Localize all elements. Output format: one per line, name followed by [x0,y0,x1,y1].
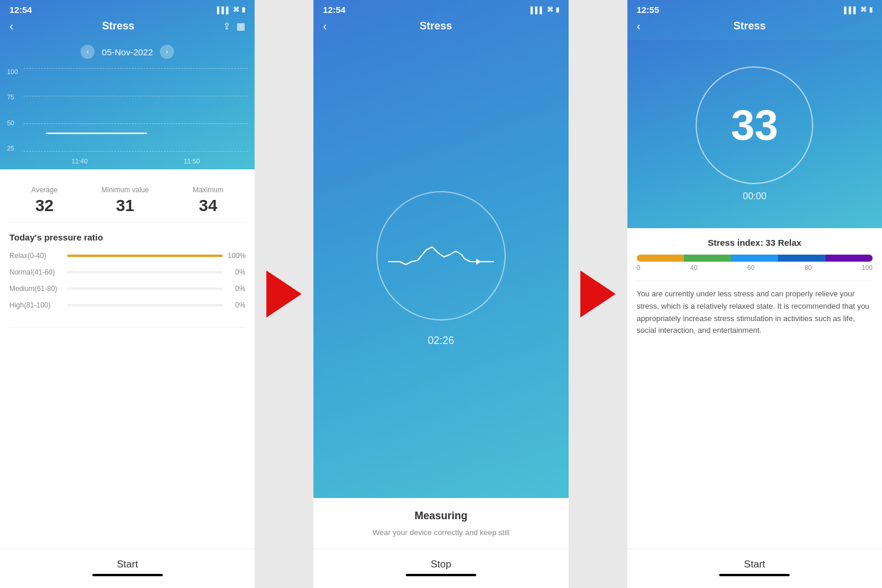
pressure-section: Today's pressure ratio Relax(0-40) 100% … [9,223,245,328]
status-icons-1: ▌▌▌ ⌘ ▮ [217,6,245,14]
score-circle: 33 [696,66,813,184]
pressure-row-medium: Medium(61-80) 0% [9,285,245,293]
score-timer: 00:00 [743,191,766,202]
time-1: 12:54 [9,5,32,15]
status-icons-3: ▌▌▌ ⌘ ▮ [844,6,873,14]
wifi-icon-2: ⌘ [547,6,553,14]
pressure-label-high: High(81-100) [9,301,62,309]
back-button-3[interactable]: ‹ [637,19,641,33]
stat-maximum: Maximum 34 [193,186,223,215]
pressure-bar-bg-high [67,304,223,306]
wifi-icon-3: ⌘ [860,6,867,14]
label-40: 40 [690,264,697,271]
pressure-label-relax: Relax(0-40) [9,252,62,260]
prev-date-button[interactable]: ‹ [81,45,95,59]
color-bar-container [637,255,873,262]
measuring-subtitle: Wear your device correctly and keep stil… [323,528,559,537]
status-bar-3: 12:55 ▌▌▌ ⌘ ▮ [627,0,882,17]
stop-button[interactable]: Stop [431,559,452,570]
x-label-1150: 11:50 [183,158,200,165]
measuring-circle [376,191,506,320]
result-blue: 33 00:00 [627,40,882,228]
battery-icon: ▮ [242,6,245,14]
screen-1: 12:54 ▌▌▌ ⌘ ▮ ‹ Stress ⇪ ▦ ‹ 05-Nov-2022… [0,0,255,588]
label-80: 80 [804,264,811,271]
wave-svg [388,226,494,285]
header-icons-1: ⇪ ▦ [223,21,245,32]
stress-index-title: Stress index: 33 Relax [637,238,873,248]
label-60: 60 [747,264,754,271]
current-date: 05-Nov-2022 [102,47,153,57]
chart-line-area [24,68,248,152]
pressure-row-high: High(81-100) 0% [9,301,245,309]
status-bar-1: 12:54 ▌▌▌ ⌘ ▮ [0,0,255,17]
share-icon[interactable]: ⇪ [223,21,230,32]
stat-average: Average 32 [31,186,57,215]
home-indicator-3 [719,574,790,576]
time-2: 12:54 [323,5,345,15]
pressure-bar-bg-medium [67,288,223,290]
next-date-button[interactable]: › [160,45,174,59]
back-button-1[interactable]: ‹ [9,19,14,33]
battery-icon-2: ▮ [556,6,559,14]
bottom-bar-2: Stop [313,549,568,588]
segment-relax [637,255,684,262]
bottom-bar-3: Start [627,549,882,588]
pressure-bar-bg-relax [67,255,223,257]
stats-row: Average 32 Minimum value 31 Maximum 34 [9,179,245,223]
pressure-pct-relax: 100% [228,252,245,260]
x-label-1140: 11:40 [72,158,88,165]
y-label-75: 75 [7,93,18,101]
y-label-100: 100 [7,68,18,75]
pressure-label-medium: Medium(61-80) [9,285,62,293]
arrow-1 [255,0,313,588]
stat-value-average: 32 [31,196,57,215]
arrow-2 [569,0,627,588]
pressure-pct-medium: 0% [228,285,245,293]
bottom-bar-1: Start [0,549,255,588]
pressure-row-normal: Normal(41-60) 0% [9,268,245,276]
measuring-white: Measuring Wear your device correctly and… [313,498,568,549]
pressure-pct-high: 0% [228,301,245,309]
page-title-1: Stress [14,20,223,32]
red-arrow-1 [266,270,302,318]
pressure-bar-fill-relax [67,255,223,257]
stat-value-maximum: 34 [193,196,223,215]
start-button[interactable]: Start [117,559,138,570]
calendar-icon[interactable]: ▦ [236,21,245,32]
chart-x-labels: 11:40 11:50 [24,158,248,165]
pressure-title: Today's pressure ratio [9,232,245,242]
measuring-title: Measuring [323,510,559,522]
status-icons-2: ▌▌▌ ⌘ ▮ [530,6,559,14]
color-bar [637,255,873,262]
label-100: 100 [862,264,873,271]
pressure-label-normal: Normal(41-60) [9,268,62,276]
time-3: 12:55 [637,5,659,15]
pressure-bar-bg-normal [67,271,223,273]
top-bar-2: ‹ Stress [313,17,568,40]
page-title-3: Stress [640,20,858,32]
stat-value-minimum: 31 [102,196,149,215]
top-bar-1: ‹ Stress ⇪ ▦ [0,17,255,40]
wifi-icon: ⌘ [233,6,239,14]
battery-icon-3: ▮ [869,6,873,14]
signal-icon: ▌▌▌ [217,6,230,14]
score-number: 33 [731,101,778,149]
stat-label-average: Average [31,186,57,194]
chart-svg [24,68,248,152]
segment-high [778,255,825,262]
start-button-3[interactable]: Start [744,559,765,570]
top-bar-3: ‹ Stress [627,17,882,40]
page-title-2: Stress [327,20,545,32]
color-bar-labels: 0 40 60 80 100 [637,264,873,271]
chart-area: 100 75 50 25 11:40 11:50 [0,64,255,169]
back-button-2[interactable]: ‹ [323,19,327,33]
home-indicator-1 [92,574,163,576]
chart-y-labels: 100 75 50 25 [7,68,18,152]
stat-label-maximum: Maximum [193,186,223,194]
y-label-50: 50 [7,119,18,126]
red-arrow-2 [580,270,616,318]
measuring-timer: 02:26 [427,335,454,347]
y-label-25: 25 [7,145,18,152]
screen-3: 12:55 ▌▌▌ ⌘ ▮ ‹ Stress 33 00:00 Stress i… [627,0,882,588]
